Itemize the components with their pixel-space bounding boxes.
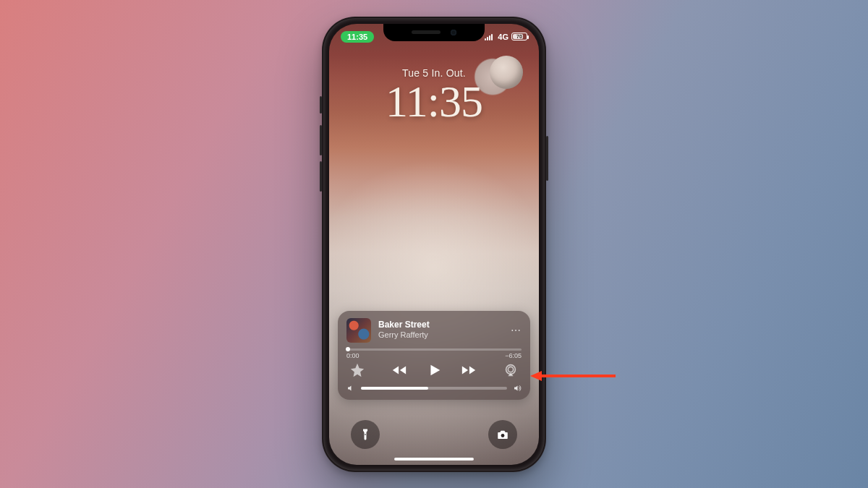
track-info[interactable]: Baker Street Gerry Rafferty <box>378 320 503 339</box>
volume-fill <box>361 387 428 390</box>
rewind-icon[interactable] <box>391 362 407 378</box>
lockscreen-shortcuts <box>329 420 539 449</box>
volume-slider[interactable] <box>361 387 507 390</box>
svg-point-0 <box>506 364 516 374</box>
svg-point-2 <box>365 434 366 435</box>
power-button[interactable] <box>546 136 548 181</box>
airplay-icon[interactable] <box>503 362 519 378</box>
volume-up-button[interactable] <box>320 125 322 155</box>
battery-percent: 70 <box>516 34 522 39</box>
volume-down-button[interactable] <box>320 161 322 192</box>
star-icon[interactable] <box>349 362 365 378</box>
more-icon[interactable]: ⋯ <box>510 325 522 336</box>
battery-icon: 70 <box>511 33 527 40</box>
speaker-grille <box>412 30 441 34</box>
album-art[interactable] <box>346 318 371 343</box>
silence-switch[interactable] <box>320 96 322 114</box>
time-elapsed: 0:00 <box>346 352 359 359</box>
volume-low-icon <box>346 384 355 393</box>
forward-icon[interactable] <box>461 362 477 378</box>
flashlight-icon <box>359 428 372 441</box>
lockscreen-time: 11:35 <box>329 76 539 127</box>
home-indicator[interactable] <box>394 458 474 461</box>
cellular-signal-icon <box>485 33 495 40</box>
svg-point-1 <box>508 367 513 372</box>
volume-high-icon <box>513 384 522 393</box>
scrubber[interactable] <box>346 348 522 351</box>
scrubber-thumb[interactable] <box>346 347 350 351</box>
time-remaining: −6:05 <box>505 352 522 359</box>
play-icon[interactable] <box>426 362 442 378</box>
camera-button[interactable] <box>488 420 517 449</box>
track-artist: Gerry Rafferty <box>378 330 503 340</box>
now-playing-widget[interactable]: Baker Street Gerry Rafferty ⋯ 0:00 −6:05 <box>338 311 530 400</box>
camera-icon <box>496 428 509 441</box>
front-camera <box>451 30 456 35</box>
volume-slider-row <box>346 384 522 393</box>
lock-screen: 11:35 4G 70 Tue 5 In. Out. 11:35 Baker S… <box>329 24 539 465</box>
flashlight-button[interactable] <box>351 420 380 449</box>
transport-controls <box>346 362 522 378</box>
iphone-device-frame: 11:35 4G 70 Tue 5 In. Out. 11:35 Baker S… <box>322 17 546 472</box>
notch <box>383 24 485 41</box>
track-title: Baker Street <box>378 320 503 330</box>
status-time-pill[interactable]: 11:35 <box>341 31 374 43</box>
network-label: 4G <box>498 33 509 41</box>
svg-point-3 <box>501 434 505 437</box>
